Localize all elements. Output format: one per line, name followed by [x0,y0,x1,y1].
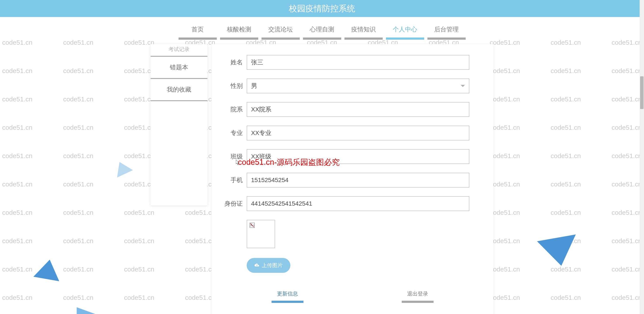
label-major: 专业 [218,129,247,137]
nav-forum[interactable]: 交流论坛 [262,23,300,40]
main-nav: 首页 核酸检测 交流论坛 心理自测 疫情知识 个人中心 后台管理 [0,17,644,40]
label-gender: 性别 [218,82,247,90]
sidebar-item-wrong-book[interactable]: 错题本 [151,57,208,79]
nav-nucleic-test[interactable]: 核酸检测 [220,23,258,40]
label-class: 班级 [218,152,247,161]
input-class[interactable] [247,149,469,164]
form-row-phone: 手机 [218,173,487,188]
profile-form-panel: 姓名 性别 男 院系 [212,44,493,314]
nav-personal-center[interactable]: 个人中心 [386,23,424,40]
scrollbar-thumb[interactable] [640,76,644,109]
input-idcard[interactable] [247,196,469,211]
nav-home[interactable]: 首页 [178,23,217,40]
label-idcard: 身份证 [218,200,247,208]
cursor-icon [236,160,240,166]
broken-image-icon [249,222,255,228]
label-phone: 手机 [218,176,247,184]
sidebar-item-exam-record[interactable]: 考试记录 [151,44,208,57]
form-row-department: 院系 [218,102,487,117]
input-department[interactable] [247,102,469,117]
svg-line-2 [250,223,254,227]
input-phone[interactable] [247,173,469,188]
select-gender-value: 男 [251,82,257,90]
nav-admin[interactable]: 后台管理 [428,23,466,40]
cloud-upload-icon [254,263,260,267]
update-info-button[interactable]: 更新信息 [272,288,304,303]
form-row-idcard: 身份证 [218,196,487,211]
label-department: 院系 [218,105,247,114]
nav-epidemic-knowledge[interactable]: 疫情知识 [344,23,383,40]
input-major[interactable] [247,126,469,140]
sidebar: 考试记录 错题本 我的收藏 [151,44,208,205]
action-row: 更新信息 退出登录 [218,288,487,303]
select-gender[interactable]: 男 [247,78,469,93]
app-header: 校园疫情防控系统 [0,0,644,17]
nav-psych-test[interactable]: 心理自测 [303,23,341,40]
form-row-class: 班级 [218,149,487,164]
form-row-major: 专业 [218,126,487,140]
label-name: 姓名 [218,58,247,66]
app-title: 校园疫情防控系统 [289,3,355,14]
chevron-down-icon [460,85,465,87]
upload-image-button[interactable]: 上传图片 [247,258,290,273]
form-row-name: 姓名 [218,55,487,70]
scrollbar-track[interactable] [640,0,644,314]
form-row-gender: 性别 男 [218,78,487,93]
avatar-placeholder [247,220,275,248]
input-name[interactable] [247,55,469,70]
upload-button-label: 上传图片 [262,262,283,269]
sidebar-item-favorites[interactable]: 我的收藏 [151,79,208,101]
logout-button[interactable]: 退出登录 [402,288,434,303]
